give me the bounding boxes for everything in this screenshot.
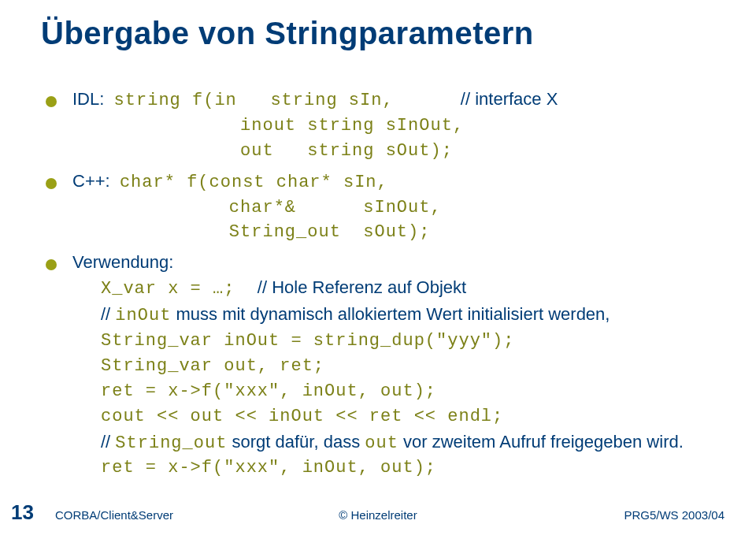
- bullet-icon: [46, 259, 57, 270]
- content-area: IDL: string f(in string sIn, // interfac…: [46, 87, 724, 485]
- bullet-body: C++: char* f(const char* sIn, C++: char*…: [72, 169, 724, 246]
- usage-line-1: X_var x = …; // Hole Referenz auf Objekt: [101, 275, 724, 302]
- usage-line-7: // String_out sorgt dafür, dass out vor …: [101, 429, 724, 456]
- idl-prefix: IDL:: [72, 89, 114, 109]
- bullet-icon: [46, 178, 57, 189]
- bullet-item-usage: Verwendung: X_var x = …; // Hole Referen…: [46, 250, 724, 481]
- footer-right: PRG5/WS 2003/04: [624, 508, 724, 522]
- cpp-prefix: C++:: [72, 171, 120, 191]
- cpp-code-1: char* f(const char* sIn,: [120, 173, 388, 192]
- bullet-item-idl: IDL: string f(in string sIn, // interfac…: [46, 87, 724, 164]
- usage-line-6: cout << out << inOut << ret << endl;: [101, 404, 724, 429]
- usage-line-2: // inOut muss mit dynamisch allokiertem …: [101, 302, 724, 329]
- bullet-item-cpp: C++: char* f(const char* sIn, C++: char*…: [46, 169, 724, 246]
- slide: Übergabe von Stringparametern IDL: strin…: [0, 0, 756, 539]
- footer: 13 CORBA/Client&Server © Heinzelreiter P…: [0, 503, 756, 525]
- bullet-body: Verwendung: X_var x = …; // Hole Referen…: [72, 250, 724, 481]
- slide-title: Übergabe von Stringparametern: [41, 16, 534, 51]
- idl-line-1: IDL: string f(in string sIn, // interfac…: [72, 87, 724, 113]
- bullet-body: IDL: string f(in string sIn, // interfac…: [72, 87, 724, 164]
- cpp-line-2: C++: char*& sInOut,: [72, 195, 724, 221]
- idl-line-2: IDL: inout string sInOut,: [72, 113, 724, 139]
- usage-line-5: ret = x->f("xxx", inOut, out);: [101, 379, 724, 404]
- idl-line-3: IDL: out string sOut);: [72, 139, 724, 164]
- usage-block: X_var x = …; // Hole Referenz auf Objekt…: [101, 275, 724, 481]
- usage-line-8: ret = x->f("xxx", inOut, out);: [101, 455, 724, 481]
- usage-line-4: String_var out, ret;: [101, 354, 724, 379]
- idl-comment: // interface X: [461, 89, 558, 109]
- usage-label: Verwendung:: [72, 250, 724, 275]
- bullet-icon: [46, 96, 57, 107]
- usage-line-3: String_var inOut = string_dup("yyy");: [101, 329, 724, 354]
- cpp-line-3: C++: String_out sOut);: [72, 220, 724, 245]
- cpp-line-1: C++: char* f(const char* sIn,: [72, 169, 724, 195]
- idl-code-1: string f(in string sIn,: [114, 91, 461, 110]
